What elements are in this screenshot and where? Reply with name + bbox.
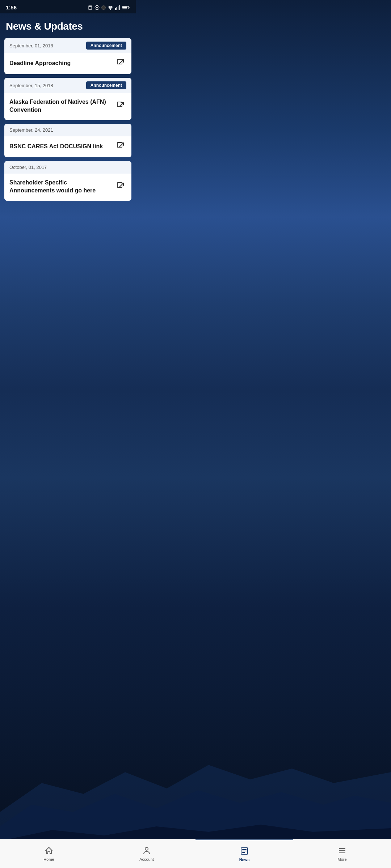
page-title: News & Updates <box>6 21 130 32</box>
status-time: 1:56 <box>6 4 17 10</box>
card-date-3: September, 24, 2021 <box>9 127 53 133</box>
external-link-icon-3 <box>116 141 126 152</box>
battery-icon <box>122 5 130 10</box>
card-body-1: Deadline Approaching <box>4 53 131 74</box>
news-card-4[interactable]: October, 01, 2017 Shareholder Specific A… <box>4 161 131 201</box>
external-link-icon-1 <box>116 58 126 68</box>
card-badge-2: Announcement <box>86 81 126 89</box>
sim-icon <box>88 5 93 10</box>
svg-point-6 <box>110 9 111 10</box>
card-header-3: September, 24, 2021 <box>4 124 131 136</box>
status-bar: 1:56 <box>0 0 136 13</box>
page-header: News & Updates <box>0 13 136 38</box>
external-link-icon-4 <box>116 182 126 192</box>
news-list: September, 01, 2018 Announcement Deadlin… <box>0 38 136 201</box>
notification-icon <box>94 5 100 10</box>
svg-rect-13 <box>122 7 127 8</box>
external-link-icon-2 <box>116 101 126 111</box>
news-card-3[interactable]: September, 24, 2021 BSNC CARES Act DOCUS… <box>4 124 131 157</box>
svg-rect-8 <box>117 7 117 10</box>
card-date-4: October, 01, 2017 <box>9 165 47 170</box>
card-title-1: Deadline Approaching <box>9 59 116 67</box>
svg-rect-10 <box>119 5 120 10</box>
card-header-4: October, 01, 2017 <box>4 161 131 174</box>
card-header-1: September, 01, 2018 Announcement <box>4 38 131 53</box>
wifi-icon <box>108 5 113 10</box>
card-badge-1: Announcement <box>86 42 126 50</box>
svg-rect-4 <box>89 7 92 9</box>
svg-point-5 <box>95 5 99 10</box>
svg-rect-7 <box>115 8 116 10</box>
signal-icon <box>115 5 120 10</box>
card-body-2: Alaska Federation of Natives (AFN) Conve… <box>4 93 131 120</box>
card-body-3: BSNC CARES Act DOCUSIGN link <box>4 136 131 157</box>
card-title-4: Shareholder Specific Announcements would… <box>9 179 116 195</box>
news-card-2[interactable]: September, 15, 2018 Announcement Alaska … <box>4 78 131 120</box>
svg-rect-9 <box>118 6 118 10</box>
card-title-3: BSNC CARES Act DOCUSIGN link <box>9 142 116 150</box>
card-header-2: September, 15, 2018 Announcement <box>4 78 131 93</box>
status-icons <box>88 5 130 10</box>
card-body-4: Shareholder Specific Announcements would… <box>4 174 131 201</box>
svg-rect-12 <box>129 7 130 8</box>
news-card-1[interactable]: September, 01, 2018 Announcement Deadlin… <box>4 38 131 74</box>
camera-dot <box>101 5 106 10</box>
card-title-2: Alaska Federation of Natives (AFN) Conve… <box>9 98 116 114</box>
card-date-2: September, 15, 2018 <box>9 83 53 88</box>
card-date-1: September, 01, 2018 <box>9 43 53 48</box>
